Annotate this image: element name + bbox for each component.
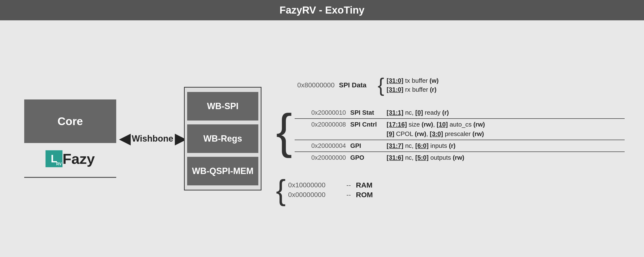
wb-regs-rows: 0x20000010 SPI Stat [31:1] nc, [0] ready…	[295, 107, 625, 163]
spi-stat-name: SPI Stat	[350, 109, 387, 116]
wb-qspi-brace: {	[276, 176, 286, 204]
spi-stat-bits: [31:1] nc, [0] ready (r)	[387, 109, 449, 116]
spi-stat-addr: 0x20000010	[295, 109, 350, 116]
regs-section: 0x80000000 SPI Data { [31:0] tx buffer (…	[262, 73, 625, 204]
gpi-bits: [31:7] nc, [6:0] inputs (r)	[387, 142, 456, 150]
spi-cntrl-name: SPI Cntrl	[350, 121, 387, 128]
logo-rv-text: RV	[56, 162, 62, 166]
core-box: Core	[24, 100, 116, 143]
spi-cntrl-addr: 0x20000008	[295, 121, 350, 128]
spi-cntrl-name-spacer	[350, 130, 387, 138]
qspi-rom-dash: --	[344, 191, 354, 199]
module-wb-qspi-mem-label: WB-QSPI-MEM	[192, 166, 254, 176]
qspi-rom-addr: 0x00000000	[288, 191, 341, 199]
modules-section: WB-SPI WB-Regs WB-QSPI-MEM	[184, 87, 262, 190]
gpo-addr: 0x20000000	[295, 154, 350, 162]
qspi-rom-name: ROM	[356, 191, 373, 199]
spi-cntrl-bits-2: [9] CPOL (rw), [3:0] prescaler (rw)	[387, 130, 484, 138]
qspi-row-rom: 0x00000000 -- ROM	[288, 191, 373, 199]
module-wb-regs: WB-Regs	[187, 124, 258, 153]
spi-data-entry-0: [31:0] tx buffer (w)	[387, 77, 439, 84]
module-wb-spi: WB-SPI	[187, 92, 258, 120]
left-arrow-icon: ◀	[119, 130, 130, 147]
arrow-section: ◀ Wishbone ▶	[121, 130, 184, 147]
spi-data-group: 0x80000000 SPI Data { [31:0] tx buffer (…	[276, 76, 625, 95]
qspi-rows: 0x10000000 -- RAM 0x00000000 -- ROM	[288, 181, 373, 199]
logo-area: L RV Fazy	[46, 150, 95, 167]
spi-data-name: SPI Data	[339, 81, 378, 89]
logo-f-letter: F	[62, 151, 72, 167]
gpo-bits: [31:6] nc, [5:0] outputs (rw)	[387, 154, 464, 162]
main-content: Core L RV Fazy ◀ Wishbone ▶	[0, 20, 644, 257]
gpi-addr: 0x20000004	[295, 142, 350, 150]
reg-row-gpi: 0x20000004 GPI [31:7] nc, [6:0] inputs (…	[295, 140, 625, 152]
spi-data-brace: {	[378, 76, 384, 95]
module-wb-qspi-mem: WB-QSPI-MEM	[187, 157, 258, 185]
reg-row-spi-stat: 0x20000010 SPI Stat [31:1] nc, [0] ready…	[295, 107, 625, 119]
spi-data-entry-1: [31:0] rx buffer (r)	[387, 86, 439, 94]
title-bar: FazyRV - ExoTiny	[0, 0, 644, 20]
logo-l-box: L RV	[46, 150, 62, 167]
logo-fazy-text: Fazy	[62, 150, 95, 167]
logo-underline	[24, 177, 116, 178]
spi-data-address: 0x80000000	[276, 81, 339, 89]
page-title: FazyRV - ExoTiny	[280, 4, 364, 16]
spi-data-brace-items: [31:0] tx buffer (w) [31:0] rx buffer (r…	[387, 77, 439, 94]
qspi-ram-addr: 0x10000000	[288, 181, 341, 189]
reg-row-spi-cntrl-wrapper: 0x20000008 SPI Cntrl [17:16] size (rw), …	[295, 119, 625, 140]
core-label: Core	[58, 115, 83, 128]
gpo-name: GPO	[350, 154, 387, 162]
reg-row-spi-cntrl: 0x20000008 SPI Cntrl [17:16] size (rw), …	[295, 119, 625, 130]
module-wb-regs-label: WB-Regs	[203, 134, 242, 144]
wb-regs-group: { 0x20000010 SPI Stat [31:1] nc, [0] rea…	[276, 107, 625, 163]
spi-cntrl-addr-spacer	[295, 130, 350, 138]
left-section: Core L RV Fazy	[19, 100, 121, 178]
logo-azy-text: azy	[72, 151, 95, 167]
qspi-ram-dash: --	[344, 181, 354, 189]
qspi-ram-name: RAM	[356, 181, 372, 189]
wb-regs-brace: {	[276, 107, 292, 155]
gpi-name: GPI	[350, 142, 387, 150]
reg-row-gpo: 0x20000000 GPO [31:6] nc, [5:0] outputs …	[295, 152, 625, 163]
reg-row-spi-cntrl-line2: [9] CPOL (rw), [3:0] prescaler (rw)	[295, 130, 625, 140]
module-wb-spi-label: WB-SPI	[207, 101, 238, 111]
spi-data-brace-group: { [31:0] tx buffer (w) [31:0] rx buffer …	[378, 76, 439, 95]
wb-qspi-group: { 0x10000000 -- RAM 0x00000000 -- ROM	[276, 176, 625, 204]
qspi-row-ram: 0x10000000 -- RAM	[288, 181, 373, 189]
app-container: FazyRV - ExoTiny Core L RV Fazy ◀	[0, 0, 644, 257]
wishbone-label: Wishbone	[130, 134, 175, 144]
spi-cntrl-bits-1: [17:16] size (rw), [10] auto_cs (rw)	[387, 121, 485, 128]
wishbone-arrow: ◀ Wishbone ▶	[119, 130, 186, 147]
